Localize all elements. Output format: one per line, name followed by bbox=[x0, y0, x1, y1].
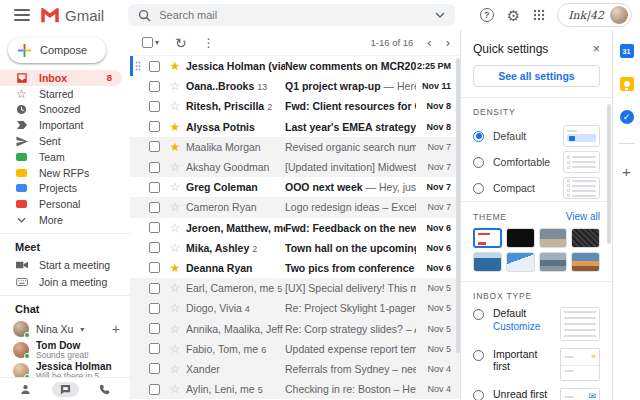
email-row[interactable]: ☆ Mika, Ashley2 Town hall on the upcomin… bbox=[130, 238, 460, 258]
email-row[interactable]: ☆ Annika, Maalika, Jeff3 Re: Corp strate… bbox=[130, 318, 460, 338]
star-icon[interactable]: ☆ bbox=[167, 221, 183, 235]
quick-settings-scrollbar[interactable] bbox=[607, 104, 611, 244]
density-option-default[interactable]: Default bbox=[473, 123, 600, 149]
star-icon[interactable]: ☆ bbox=[167, 342, 183, 356]
inbox-type-unread-first[interactable]: Unread first ✉ bbox=[473, 388, 600, 400]
add-addon-icon[interactable]: + bbox=[622, 163, 631, 180]
new-chat-button[interactable]: + bbox=[112, 321, 120, 337]
phone-tab-icon[interactable] bbox=[91, 382, 118, 397]
star-icon[interactable]: ☆ bbox=[167, 200, 183, 214]
radio-button[interactable] bbox=[473, 390, 484, 400]
email-checkbox[interactable] bbox=[149, 101, 160, 112]
email-row[interactable]: ★ Alyssa Potnis Last year's EMEA strateg… bbox=[130, 117, 460, 137]
theme-swatch-beach-cloudy[interactable] bbox=[539, 228, 568, 248]
star-icon[interactable]: ★ bbox=[167, 120, 183, 134]
search-input[interactable] bbox=[159, 9, 427, 21]
email-checkbox[interactable] bbox=[149, 61, 160, 72]
close-icon[interactable]: × bbox=[592, 41, 600, 56]
star-icon[interactable]: ☆ bbox=[167, 180, 183, 194]
email-row[interactable]: ☆ Aylin, Leni, me5 Checking in re: Bosto… bbox=[130, 379, 460, 399]
help-icon[interactable]: ? bbox=[480, 8, 494, 22]
chat-tab-icon[interactable] bbox=[52, 382, 79, 397]
email-checkbox[interactable] bbox=[149, 303, 160, 314]
radio-button[interactable] bbox=[473, 131, 484, 142]
email-checkbox[interactable] bbox=[149, 222, 160, 233]
chat-contact-row[interactable]: Tom Dow Sounds great! bbox=[0, 339, 130, 361]
theme-swatch-default-light[interactable] bbox=[473, 228, 502, 248]
star-icon[interactable]: ☆ bbox=[167, 281, 183, 295]
settings-gear-icon[interactable]: ⚙ bbox=[507, 8, 520, 23]
search-options-chevron-icon[interactable] bbox=[435, 12, 445, 18]
compose-button[interactable]: Compose bbox=[8, 37, 106, 63]
user-avatar[interactable] bbox=[610, 6, 628, 24]
density-option-compact[interactable]: Compact bbox=[473, 175, 600, 201]
theme-swatch-black[interactable] bbox=[506, 228, 535, 248]
more-options-icon[interactable]: ⋮ bbox=[203, 36, 215, 50]
theme-swatch-dark-texture[interactable] bbox=[571, 228, 600, 248]
email-checkbox[interactable] bbox=[149, 182, 160, 193]
newer-page-icon[interactable]: ‹ bbox=[427, 35, 431, 50]
email-checkbox[interactable] bbox=[149, 162, 160, 173]
star-icon[interactable]: ☆ bbox=[167, 79, 183, 93]
sidebar-item-starred[interactable]: ☆ Starred bbox=[0, 86, 122, 102]
view-all-themes-link[interactable]: View all bbox=[566, 211, 600, 222]
star-icon[interactable]: ★ bbox=[167, 140, 183, 154]
hamburger-menu-icon[interactable] bbox=[14, 9, 30, 21]
email-checkbox[interactable] bbox=[149, 141, 160, 152]
email-row[interactable]: ☆ Jeroen, Matthew, me3 Fwd: Feedback on … bbox=[130, 218, 460, 238]
email-row[interactable]: ☆ Earl, Cameron, me5 [UX] Special delive… bbox=[130, 278, 460, 298]
radio-button[interactable] bbox=[473, 157, 484, 168]
email-checkbox[interactable] bbox=[149, 363, 160, 374]
email-row[interactable]: ☆ Akshay Goodman [Updated invitation] Mi… bbox=[130, 157, 460, 177]
sidebar-item-sent[interactable]: Sent bbox=[0, 133, 122, 149]
email-checkbox[interactable] bbox=[149, 242, 160, 253]
star-icon[interactable]: ★ bbox=[167, 261, 183, 275]
density-option-comfortable[interactable]: Comfortable bbox=[473, 149, 600, 175]
email-checkbox[interactable] bbox=[149, 323, 160, 334]
star-icon[interactable]: ☆ bbox=[167, 362, 183, 376]
email-row[interactable]: ★ Deanna Ryan Two pics from conference —… bbox=[130, 258, 460, 278]
contacts-tab-icon[interactable] bbox=[12, 382, 39, 397]
drag-handle-icon[interactable] bbox=[135, 61, 144, 71]
account-pill[interactable]: Ink|42 bbox=[557, 3, 632, 27]
email-row[interactable]: ★ Jessica Holman (via Goog... New commen… bbox=[130, 56, 460, 76]
star-icon[interactable]: ☆ bbox=[167, 322, 183, 336]
sidebar-item-personal[interactable]: Personal bbox=[0, 196, 122, 212]
star-icon[interactable]: ☆ bbox=[167, 301, 183, 315]
star-icon[interactable]: ☆ bbox=[167, 160, 183, 174]
email-checkbox[interactable] bbox=[149, 384, 160, 395]
radio-button[interactable] bbox=[473, 350, 484, 361]
theme-swatch-beach-sunset[interactable] bbox=[571, 252, 600, 272]
email-row[interactable]: ★ Maalika Morgan Revised organic search … bbox=[130, 137, 460, 157]
email-row[interactable]: ☆ Cameron Ryan Logo redesign ideas – Exc… bbox=[130, 197, 460, 217]
tasks-icon[interactable]: ✓ bbox=[620, 110, 634, 124]
customize-link[interactable]: Customize bbox=[493, 321, 551, 332]
calendar-icon[interactable]: 31 bbox=[620, 44, 634, 58]
inbox-type-important-first[interactable]: Important first » bbox=[473, 348, 600, 381]
join-meeting-item[interactable]: Join a meeting bbox=[0, 273, 130, 290]
theme-swatch-mountain-peak[interactable] bbox=[506, 252, 535, 272]
email-row[interactable]: ☆ Oana..Brooks13 Q1 project wrap-up — He… bbox=[130, 76, 460, 96]
email-checkbox[interactable] bbox=[149, 121, 160, 132]
inbox-type-default[interactable]: DefaultCustomize bbox=[473, 307, 600, 341]
email-row[interactable]: ☆ Ritesh, Priscilla2 Fwd: Client resourc… bbox=[130, 96, 460, 116]
email-row[interactable]: ☆ Diogo, Vivia4 Re: Project Skylight 1-p… bbox=[130, 298, 460, 318]
email-row[interactable]: ☆ Greg Coleman OOO next week — Hey, just… bbox=[130, 177, 460, 197]
email-row[interactable]: ☆ Xander Referrals from Sydney – need in… bbox=[130, 359, 460, 379]
older-page-icon[interactable]: › bbox=[446, 35, 450, 50]
radio-button[interactable] bbox=[473, 309, 484, 320]
email-checkbox[interactable] bbox=[149, 202, 160, 213]
start-meeting-item[interactable]: Start a meeting bbox=[0, 257, 130, 274]
radio-button[interactable] bbox=[473, 183, 484, 194]
sidebar-item-team[interactable]: Team bbox=[0, 149, 122, 165]
email-checkbox[interactable] bbox=[149, 283, 160, 294]
search-bar[interactable] bbox=[128, 4, 455, 26]
select-all-checkbox[interactable]: ▾ bbox=[142, 37, 159, 48]
star-icon[interactable]: ☆ bbox=[167, 382, 183, 396]
apps-grid-icon[interactable] bbox=[533, 9, 545, 21]
sidebar-item-more[interactable]: More bbox=[0, 212, 122, 228]
theme-swatch-foggy-lake[interactable] bbox=[539, 252, 568, 272]
star-icon[interactable]: ☆ bbox=[167, 241, 183, 255]
star-icon[interactable]: ☆ bbox=[167, 99, 183, 113]
email-checkbox[interactable] bbox=[149, 262, 160, 273]
